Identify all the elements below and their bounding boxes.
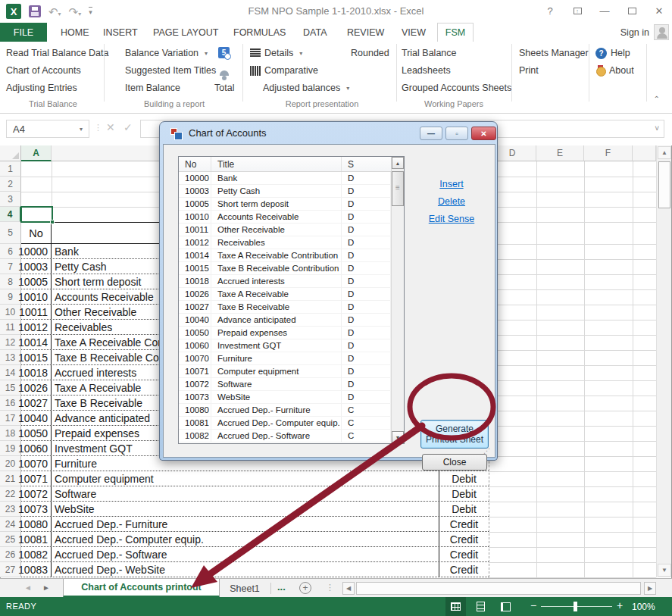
account-number-cell[interactable]: 10000 [21, 244, 52, 258]
zoom-percentage[interactable]: 100% [632, 602, 655, 612]
ribbon-display-options-icon[interactable]: ↑ [569, 3, 586, 18]
vertical-scroll-thumb[interactable] [658, 161, 670, 208]
account-number-cell[interactable]: 10060 [21, 441, 52, 455]
comparative-button[interactable]: Comparative [250, 63, 318, 78]
list-col-s[interactable]: S [342, 157, 392, 171]
resize-grip-icon[interactable]: ⋰ [483, 447, 489, 453]
account-number-cell[interactable]: 10015 [21, 350, 52, 364]
column-header-a[interactable]: A [21, 145, 52, 161]
account-list-item[interactable]: 10072 Software D [179, 378, 391, 391]
account-side-cell[interactable]: Credit [439, 532, 489, 546]
new-sheet-button[interactable]: + [299, 582, 311, 594]
account-list-item[interactable]: 10081 Accrued Dep.- Computer equip. C [179, 417, 391, 430]
horizontal-scrollbar[interactable]: ◀ ▶ [341, 581, 656, 596]
zoom-slider-thumb[interactable] [574, 602, 577, 611]
sheet-tab-sheet1[interactable]: Sheet1 [221, 579, 268, 598]
account-title-cell[interactable]: Accrued Dep.- Computer equip. [52, 532, 439, 546]
collapse-ribbon-icon[interactable]: ⌃ [654, 95, 660, 103]
scroll-down-icon[interactable]: ▼ [392, 431, 404, 443]
account-title-cell[interactable]: Accrued Dep.- Furniture [52, 517, 439, 531]
page-break-view-button[interactable] [495, 597, 516, 616]
account-list-item[interactable]: 10005 Short term deposit D [179, 198, 391, 211]
account-list-item[interactable]: 10071 Computer equipment D [179, 365, 391, 378]
account-list-item[interactable]: 10073 WebSite D [179, 391, 391, 404]
leadsheets-button[interactable]: Leadsheets [402, 63, 451, 78]
account-side-cell[interactable]: Credit [439, 562, 489, 577]
chart-of-accounts-button[interactable]: Chart of Accounts [6, 63, 81, 78]
normal-view-button[interactable] [445, 597, 466, 616]
dialog-scroll-thumb[interactable] [392, 171, 404, 206]
account-list-item[interactable]: 10040 Advance anticipated D [179, 314, 391, 327]
enter-icon[interactable]: ✓ [123, 121, 133, 133]
dialog-maximize-button[interactable]: ▫ [445, 127, 468, 140]
cancel-icon[interactable]: ✕ [106, 121, 115, 133]
accounts-list[interactable]: No Title S 10000 Bank D 10003 Petty Cash… [178, 156, 405, 444]
edit-sense-link[interactable]: Edit Sense [414, 214, 489, 224]
maximize-button[interactable] [624, 3, 640, 18]
account-list-item[interactable]: 10000 Bank D [179, 172, 391, 185]
zoom-in-button[interactable]: + [617, 599, 623, 611]
tab-file[interactable]: FILE [0, 23, 47, 42]
page-layout-view-button[interactable] [470, 597, 491, 616]
read-trial-balance-data-button[interactable]: Read Trial Balance Data [6, 45, 109, 61]
total-button[interactable]: Total [214, 80, 234, 95]
column-header-f[interactable]: F [584, 145, 633, 161]
horizontal-scroll-track[interactable] [356, 582, 641, 595]
item-balance-button[interactable]: Item Balance [125, 80, 180, 95]
account-number-cell[interactable]: 10050 [21, 426, 52, 440]
account-side-cell[interactable]: Debit [439, 502, 489, 516]
column-header-g[interactable] [633, 145, 656, 161]
row-header-4[interactable]: 4 [0, 207, 21, 222]
tab-page-layout[interactable]: PAGE LAYOUT [145, 23, 226, 42]
insert-link[interactable]: Insert [414, 179, 489, 189]
account-number-cell[interactable]: 10014 [21, 335, 52, 349]
prev-sheet-icon[interactable]: ◄ [24, 583, 32, 592]
account-title-cell[interactable]: Software [52, 486, 439, 501]
name-box[interactable]: A4▾ [6, 120, 89, 138]
account-number-cell[interactable]: 10080 [21, 517, 52, 531]
adjusted-balances-button[interactable]: Adjusted balances▾ [263, 80, 349, 95]
avatar-icon[interactable] [654, 24, 669, 40]
dialog-list-scrollbar[interactable]: ▲ ▼ [391, 157, 404, 443]
row-header-1[interactable]: 1 [0, 161, 21, 177]
dialog-minimize-button[interactable]: — [420, 127, 442, 140]
cell-a5[interactable]: No [21, 223, 52, 243]
account-list-item[interactable]: 10018 Accrued interests D [179, 275, 391, 288]
account-title-cell[interactable]: WebSite [52, 502, 439, 516]
account-number-cell[interactable]: 10070 [21, 456, 52, 471]
tab-home[interactable]: HOME [53, 23, 97, 42]
fill-handle[interactable] [50, 220, 55, 224]
account-number-cell[interactable]: 10018 [21, 365, 52, 380]
scroll-left-icon[interactable]: ◀ [342, 582, 355, 595]
account-side-cell[interactable]: Debit [439, 486, 489, 501]
account-number-cell[interactable]: 10040 [21, 411, 52, 425]
account-title-cell[interactable]: Computer equipment [52, 471, 439, 486]
close-button[interactable]: ✕ [651, 3, 667, 18]
select-all-corner[interactable] [0, 145, 21, 161]
zoom-out-button[interactable]: − [530, 599, 536, 611]
tab-insert[interactable]: INSERT [95, 23, 145, 42]
vertical-scrollbar[interactable]: ▲ ▼ [656, 145, 671, 577]
account-number-cell[interactable]: 10011 [21, 305, 52, 319]
account-list-item[interactable]: 10080 Accrued Dep.- Furniture C [179, 404, 391, 417]
tabbar-splitter[interactable]: ⋮ [326, 583, 334, 593]
sign-in-link[interactable]: Sign in [620, 27, 649, 38]
tab-view[interactable]: VIEW [394, 23, 433, 42]
account-number-cell[interactable]: 10071 [21, 471, 52, 486]
suggested-item-titles-button[interactable]: Suggested Item Titles [125, 63, 216, 78]
row-header-2[interactable]: 2 [0, 177, 21, 192]
scroll-right-icon[interactable]: ▶ [644, 582, 656, 595]
next-sheet-icon[interactable]: ► [42, 583, 50, 592]
close-button[interactable]: Close [422, 454, 487, 471]
minimize-button[interactable]: — [596, 3, 613, 18]
account-number-cell[interactable]: 10081 [21, 532, 52, 546]
dialog-close-button[interactable]: ✕ [471, 127, 496, 140]
about-button[interactable]: About [595, 63, 634, 78]
scroll-down-icon[interactable]: ▼ [658, 564, 671, 577]
tab-data[interactable]: DATA [295, 23, 334, 42]
account-number-cell[interactable]: 10082 [21, 547, 52, 561]
column-header-e[interactable]: E [536, 145, 584, 161]
account-list-item[interactable]: 10026 Taxe A Receivable D [179, 288, 391, 301]
selected-cell-a4[interactable] [20, 206, 53, 223]
adjusting-entries-button[interactable]: Adjusting Entries [6, 80, 77, 95]
